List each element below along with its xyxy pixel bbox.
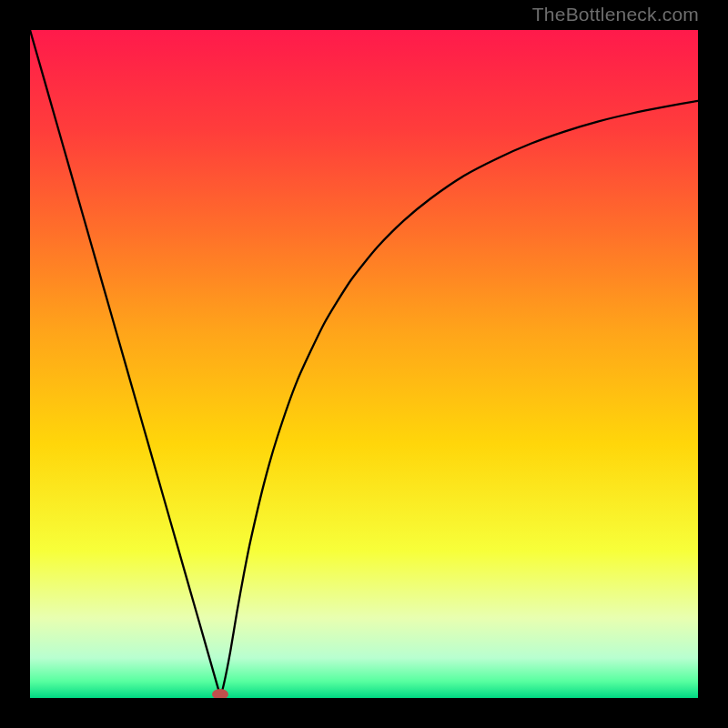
bottleneck-curve bbox=[30, 30, 698, 694]
curve-layer bbox=[30, 30, 698, 698]
optimal-point-marker bbox=[212, 689, 228, 698]
watermark-text: TheBottleneck.com bbox=[532, 4, 699, 25]
chart-frame: TheBottleneck.com bbox=[0, 0, 728, 728]
plot-area bbox=[30, 30, 698, 698]
